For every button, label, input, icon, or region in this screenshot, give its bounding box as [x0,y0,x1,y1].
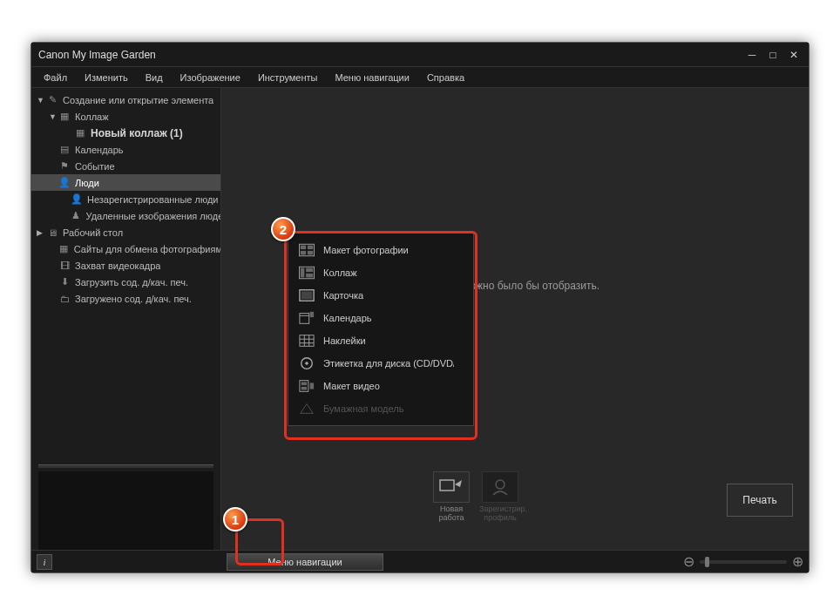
paper-model-icon [297,401,316,416]
popup-item-paper-model: Бумажная модель [288,397,473,420]
register-profile-label: Зарегистрир. профиль [479,504,521,522]
new-work-label: Новая работа [430,504,472,522]
tree-item-deleted-people-images[interactable]: ♟ Удаленные изображения людей [31,207,220,224]
person-outline-icon: ♟ [69,210,82,221]
zoom-in-icon[interactable]: ⊕ [792,553,803,570]
svg-rect-26 [310,382,315,389]
svg-rect-4 [308,246,313,250]
menu-file[interactable]: Файл [35,69,76,86]
popup-item-calendar[interactable]: Календарь [288,307,473,329]
menubar: Файл Изменить Вид Изображение Инструмент… [31,67,809,88]
app-window: Canon My Image Garden ─ □ ✕ Файл Изменит… [30,42,810,573]
photo-layout-icon [297,242,316,258]
desktop-icon: 🖥 [45,227,59,238]
statusbar: i Меню навигации ⊖ ⊕ [31,550,809,572]
expand-arrow-icon: ▼ [37,96,45,105]
tree-item-desktop[interactable]: ▶ 🖥 Рабочий стол [31,224,220,240]
bottom-button-bar: Новая работа Зарегистрир. профиль [430,471,521,522]
menu-navigation[interactable]: Меню навигации [326,69,417,86]
tree-item-collage[interactable]: ▼ ▦ Коллаж [31,108,220,125]
new-work-icon [433,471,470,503]
tree-item-photo-sites[interactable]: ▦ Сайты для обмена фотографиями [31,240,220,257]
grid-icon: ▦ [73,127,87,139]
maximize-button[interactable]: □ [765,48,781,62]
svg-rect-16 [300,335,314,347]
disc-icon [297,355,316,371]
calendar-icon [297,310,316,326]
info-button[interactable]: i [37,554,52,570]
calendar-icon: ▤ [58,144,71,155]
menu-tools[interactable]: Инструменты [249,69,327,86]
video-icon [297,378,316,394]
svg-rect-9 [306,268,313,273]
svg-rect-6 [308,251,313,255]
tree: ▼ ✎ Создание или открытие элемента ▼ ▦ К… [31,88,220,464]
popup-item-disc-label[interactable]: Этикетка для диска (CD/DVD/BD) [288,352,473,375]
window-title: Canon My Image Garden [38,49,744,61]
person-icon: 👤 [70,193,84,205]
menu-help[interactable]: Справка [418,69,473,86]
thumbnail-area [38,471,213,550]
popup-item-card[interactable]: Карточка [288,284,473,307]
print-button[interactable]: Печать [727,484,793,517]
flag-icon: ⚑ [58,160,71,172]
popup-item-collage[interactable]: Коллаж [288,261,473,284]
svg-point-1 [496,480,505,489]
annotation-badge-1: 1 [223,507,247,531]
svg-rect-15 [310,312,315,317]
zoom-thumb[interactable] [705,557,709,567]
minimize-button[interactable]: ─ [744,48,760,62]
svg-rect-8 [301,268,305,278]
tree-item-unregistered-people[interactable]: 👤 Незарегистрированные люди [31,191,220,207]
folder-icon: 🗀 [58,294,71,304]
titlebar: Canon My Image Garden ─ □ ✕ [31,43,809,67]
doc-spark-icon: ✎ [45,94,59,105]
svg-rect-12 [301,292,313,300]
new-work-popup: Макет фотографии Коллаж Карточка Календа… [288,233,474,426]
register-profile-button: Зарегистрир. профиль [479,471,521,522]
svg-rect-25 [301,387,307,390]
card-icon [297,288,316,303]
tree-item-downloaded-content[interactable]: 🗀 Загружено сод. д/кач. печ. [31,290,220,307]
film-icon: 🎞 [58,261,71,271]
zoom-slider[interactable] [700,560,787,564]
tree-item-event[interactable]: ⚑ Событие [31,158,220,174]
collage-icon [297,265,316,281]
svg-rect-10 [306,274,313,278]
svg-rect-0 [440,480,454,491]
navigation-menu-button[interactable]: Меню навигации [227,553,383,571]
tree-item-video-capture[interactable]: 🎞 Захват видеокадра [31,257,220,274]
svg-rect-3 [301,246,306,250]
svg-point-22 [305,362,308,365]
annotation-badge-2: 2 [271,217,295,241]
tree-item-download-content[interactable]: ⬇ Загрузить сод. д/кач. печ. [31,274,220,290]
tree-item-create[interactable]: ▼ ✎ Создание или открытие элемента [31,91,220,108]
tree-item-calendar[interactable]: ▤ Календарь [31,141,220,158]
window-controls: ─ □ ✕ [744,48,802,62]
web-icon: ▦ [58,243,71,254]
svg-rect-13 [300,314,309,324]
sidebar-divider[interactable] [38,464,213,468]
new-work-button[interactable]: Новая работа [430,471,472,522]
menu-edit[interactable]: Изменить [76,69,137,86]
menu-image[interactable]: Изображение [172,69,249,86]
grid-icon: ▦ [58,111,71,122]
register-profile-icon [482,471,518,503]
zoom-control: ⊖ ⊕ [683,553,803,570]
expand-arrow-icon: ▼ [49,112,58,121]
tree-item-new-collage[interactable]: ▦ Новый коллаж (1) [31,125,220,141]
download-icon: ⬇ [58,276,71,288]
svg-rect-24 [301,382,307,386]
popup-item-video-layout[interactable]: Макет видео [288,375,473,397]
menu-view[interactable]: Вид [137,69,172,86]
popup-item-stickers[interactable]: Наклейки [288,329,473,352]
collapse-arrow-icon: ▶ [37,228,45,237]
zoom-out-icon[interactable]: ⊖ [683,553,694,570]
tree-item-people[interactable]: 👤 Люди [31,174,220,191]
stickers-icon [297,333,316,349]
sidebar: ▼ ✎ Создание или открытие элемента ▼ ▦ К… [31,88,221,550]
popup-item-photo-layout[interactable]: Макет фотографии [288,239,473,261]
svg-rect-5 [301,251,306,255]
close-button[interactable]: ✕ [786,48,802,62]
person-icon: 👤 [58,177,71,188]
